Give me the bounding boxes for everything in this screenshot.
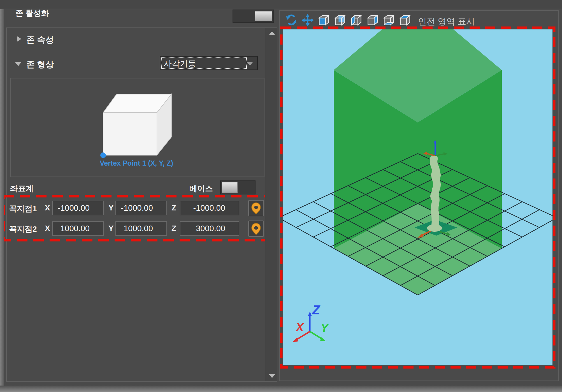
view-left-icon[interactable]: [351, 15, 362, 26]
axis-x-label: X: [295, 321, 305, 334]
scrollbar-up-icon[interactable]: [269, 31, 275, 35]
zone-activation-toggle[interactable]: [233, 10, 274, 23]
z-axis-label: Z: [171, 224, 176, 233]
vertex1-y-input[interactable]: -1000.00: [115, 201, 167, 215]
vertex1-row: 꼭지점1 X -1000.00 Y -1000.00 Z -1000.00: [0, 200, 277, 216]
view-front-icon[interactable]: [318, 15, 329, 26]
coordinate-system-label: 좌표계: [10, 183, 34, 194]
left-panel-scrollbar[interactable]: [265, 28, 277, 381]
view-right-icon[interactable]: [367, 15, 378, 26]
base-toggle[interactable]: [220, 180, 256, 194]
zone-activation-toggle-knob[interactable]: [255, 11, 272, 21]
vertex2-x-input[interactable]: 1000.00: [52, 221, 104, 236]
x-axis-label: X: [45, 203, 50, 212]
window-bottom-edge: [0, 386, 562, 392]
cube-front-face: [103, 113, 157, 155]
zone-shape-header[interactable]: 존 형상: [26, 59, 54, 70]
vertex2-z-input[interactable]: 3000.00: [180, 221, 239, 236]
window-left-edge: [0, 9, 4, 392]
axis-y-label: Y: [321, 321, 329, 334]
x-axis-label: X: [45, 224, 50, 233]
zone-properties-header[interactable]: 존 속성: [26, 34, 54, 46]
location-pin-icon: [249, 221, 263, 236]
chevron-down-icon[interactable]: [15, 62, 21, 66]
base-toggle-knob[interactable]: [222, 182, 238, 193]
location-pin-icon: [249, 201, 263, 216]
vertex2-y-input[interactable]: 1000.00: [115, 221, 167, 236]
y-axis-label: Y: [108, 224, 114, 233]
safety-area-display-label: 안전 영역 표시: [418, 16, 475, 27]
shape-select-value: 사각기둥: [164, 58, 196, 69]
vertex-point-caption: Vertex Point 1 (X, Y, Z): [80, 159, 192, 167]
vertex-point-dot: [100, 152, 106, 158]
axis-z-label: Z: [312, 303, 321, 317]
vertex1-label: 꼭지점1: [9, 203, 37, 214]
shape-select[interactable]: 사각기둥: [160, 56, 258, 70]
vertex2-pick-position-button[interactable]: [248, 221, 264, 237]
vertex1-x-input[interactable]: -1000.00: [52, 201, 104, 215]
pan-view-icon[interactable]: [301, 14, 314, 26]
zone-activation-label: 존 활성화: [15, 8, 49, 18]
vertex1-pick-position-button[interactable]: [248, 200, 264, 216]
viewport-3d-scene[interactable]: Z X Y: [280, 26, 558, 370]
vertex2-label: 꼭지점2: [9, 224, 37, 235]
scrollbar-down-icon[interactable]: [269, 374, 275, 378]
z-axis-label: Z: [171, 203, 176, 212]
y-axis-label: Y: [108, 203, 114, 212]
view-bottom-icon[interactable]: [383, 15, 394, 26]
app-window: 존 활성화 존 속성 존 형상 사각기둥 Vertex Point 1 (X, …: [0, 0, 562, 392]
view-top-icon[interactable]: [400, 15, 411, 26]
window-top-band: [0, 0, 562, 9]
chevron-right-icon[interactable]: [17, 36, 21, 41]
dropdown-arrow-icon[interactable]: [247, 62, 253, 66]
view-back-icon[interactable]: [335, 15, 346, 26]
vertex2-row: 꼭지점2 X 1000.00 Y 1000.00 Z 3000.00: [0, 221, 277, 237]
vertex1-z-input[interactable]: -1000.00: [180, 201, 239, 215]
rotate-view-icon[interactable]: [285, 13, 298, 26]
base-label: 베이스: [189, 183, 213, 194]
